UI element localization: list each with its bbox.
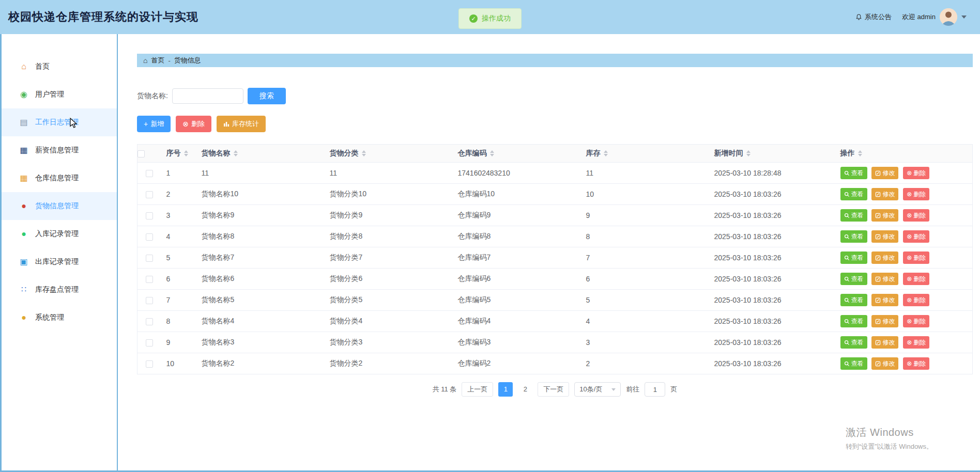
- sidebar-item-outbound[interactable]: ▣ 出库记录管理: [2, 248, 117, 276]
- edit-button[interactable]: 修改: [871, 188, 898, 200]
- select-all-header[interactable]: [137, 145, 161, 163]
- header-time[interactable]: 新增时间: [709, 145, 835, 163]
- circle-x-icon: ⊗: [907, 255, 912, 261]
- page-number-1[interactable]: 1: [498, 382, 513, 397]
- delete-button[interactable]: ⊗ 删除: [903, 357, 929, 370]
- cell-no: 9: [161, 332, 196, 353]
- row-checkbox[interactable]: [146, 191, 153, 198]
- next-page-button[interactable]: 下一页: [538, 382, 569, 397]
- select-all-checkbox[interactable]: [137, 150, 145, 158]
- system-announcement-link[interactable]: 系统公告: [855, 12, 892, 22]
- chevron-down-icon: [961, 15, 967, 19]
- add-button[interactable]: + 新增: [137, 116, 171, 132]
- edit-icon: [875, 234, 881, 240]
- batch-delete-button[interactable]: ⊗ 删除: [176, 116, 211, 132]
- sidebar-item-warehouse[interactable]: ▦ 仓库信息管理: [2, 164, 117, 192]
- edit-button[interactable]: 修改: [871, 357, 898, 370]
- edit-button[interactable]: 修改: [871, 294, 898, 306]
- table-row: 3 货物名称9 货物分类9 仓库编码9 9 2025-03-10 18:03:2…: [137, 205, 973, 226]
- goods-name-input[interactable]: [172, 88, 243, 104]
- sidebar-item-worklog[interactable]: ▤ 工作日志管理: [2, 108, 117, 136]
- edit-icon: [875, 319, 881, 324]
- header-name[interactable]: 货物名称: [196, 145, 325, 163]
- view-button[interactable]: 查看: [840, 230, 867, 243]
- delete-button[interactable]: ⊗ 删除: [903, 188, 929, 200]
- header-actions[interactable]: 操作: [835, 145, 973, 163]
- edit-button[interactable]: 修改: [871, 315, 898, 327]
- edit-button[interactable]: 修改: [871, 273, 898, 285]
- warehouse-icon: ▦: [19, 174, 28, 182]
- row-checkbox[interactable]: [146, 255, 153, 262]
- header-stock[interactable]: 库存: [581, 145, 709, 163]
- edit-button[interactable]: 修改: [871, 209, 898, 222]
- edit-button[interactable]: 修改: [871, 167, 898, 179]
- cell-no: 3: [161, 205, 196, 226]
- delete-button[interactable]: ⊗ 删除: [903, 167, 929, 179]
- cell-no: 6: [161, 269, 196, 290]
- row-checkbox[interactable]: [146, 170, 153, 177]
- delete-button[interactable]: ⊗ 删除: [903, 273, 929, 285]
- sort-icon[interactable]: [858, 150, 862, 156]
- prev-page-button[interactable]: 上一页: [462, 382, 493, 397]
- cell-time: 2025-03-10 18:03:26: [709, 311, 835, 332]
- delete-button[interactable]: ⊗ 删除: [903, 336, 929, 349]
- view-button[interactable]: 查看: [840, 315, 867, 327]
- sidebar-item-home[interactable]: ⌂ 首页: [2, 53, 117, 81]
- sidebar-item-goods[interactable]: ● 货物信息管理: [2, 192, 117, 220]
- avatar: [940, 8, 957, 26]
- row-checkbox[interactable]: [146, 318, 153, 325]
- delete-button[interactable]: ⊗ 删除: [903, 230, 929, 243]
- sort-icon[interactable]: [746, 150, 751, 156]
- view-button[interactable]: 查看: [840, 357, 867, 370]
- sidebar-item-inbound[interactable]: ● 入库记录管理: [2, 220, 117, 248]
- view-button[interactable]: 查看: [840, 209, 867, 222]
- sort-icon[interactable]: [604, 150, 608, 156]
- user-menu[interactable]: 欢迎 admin: [902, 8, 967, 26]
- page-number-2[interactable]: 2: [518, 382, 532, 397]
- sidebar-item-system[interactable]: ● 系统管理: [2, 304, 117, 332]
- sidebar-item-salary[interactable]: ▦ 薪资信息管理: [2, 136, 117, 164]
- row-checkbox[interactable]: [146, 276, 153, 283]
- delete-button[interactable]: ⊗ 删除: [903, 315, 929, 327]
- goto-label: 前往: [626, 385, 639, 394]
- edit-button[interactable]: 修改: [871, 251, 898, 264]
- stock-stats-button[interactable]: 库存统计: [217, 116, 266, 132]
- search-button[interactable]: 搜索: [248, 88, 286, 104]
- view-button[interactable]: 查看: [840, 167, 867, 179]
- search-bar: 货物名称: 搜索: [137, 88, 973, 104]
- header-code[interactable]: 仓库编码: [453, 145, 581, 163]
- row-checkbox[interactable]: [146, 297, 153, 304]
- magnifier-icon: [844, 234, 850, 240]
- view-button[interactable]: 查看: [840, 336, 867, 349]
- sidebar-item-inventory[interactable]: ∷ 库存盘点管理: [2, 276, 117, 304]
- edit-button[interactable]: 修改: [871, 230, 898, 243]
- sidebar-item-users[interactable]: ◉ 用户管理: [2, 81, 117, 108]
- view-button[interactable]: 查看: [840, 251, 867, 264]
- view-button[interactable]: 查看: [840, 188, 867, 200]
- delete-button[interactable]: ⊗ 删除: [903, 251, 929, 264]
- breadcrumb-home[interactable]: 首页: [151, 56, 164, 65]
- row-checkbox[interactable]: [146, 212, 153, 219]
- row-checkbox[interactable]: [146, 360, 153, 368]
- edit-button[interactable]: 修改: [871, 336, 898, 349]
- header-category[interactable]: 货物分类: [325, 145, 453, 163]
- sort-icon[interactable]: [234, 150, 238, 156]
- sort-icon[interactable]: [490, 150, 494, 156]
- view-button[interactable]: 查看: [840, 273, 867, 285]
- goods-icon: ●: [19, 202, 28, 210]
- page-size-select[interactable]: 10条/页: [574, 382, 621, 397]
- home-icon: ⌂: [19, 62, 28, 71]
- sort-icon[interactable]: [362, 150, 366, 156]
- sort-icon[interactable]: [184, 150, 188, 156]
- row-checkbox[interactable]: [146, 339, 153, 347]
- view-button[interactable]: 查看: [840, 294, 867, 306]
- row-checkbox[interactable]: [146, 233, 153, 241]
- cell-no: 7: [161, 290, 196, 311]
- goto-page-input[interactable]: [645, 382, 665, 397]
- header-no[interactable]: 序号: [161, 145, 196, 163]
- table-header-row: 序号 货物名称 货物分类 仓库编码 库存 新增时间 操作: [137, 145, 973, 163]
- top-header: 校园快递仓库管理系统的设计与实现 ✓ 操作成功 系统公告 欢迎 admin: [0, 0, 980, 34]
- magnifier-icon: [844, 319, 850, 324]
- delete-button[interactable]: ⊗ 删除: [903, 294, 929, 306]
- delete-button[interactable]: ⊗ 删除: [903, 209, 929, 222]
